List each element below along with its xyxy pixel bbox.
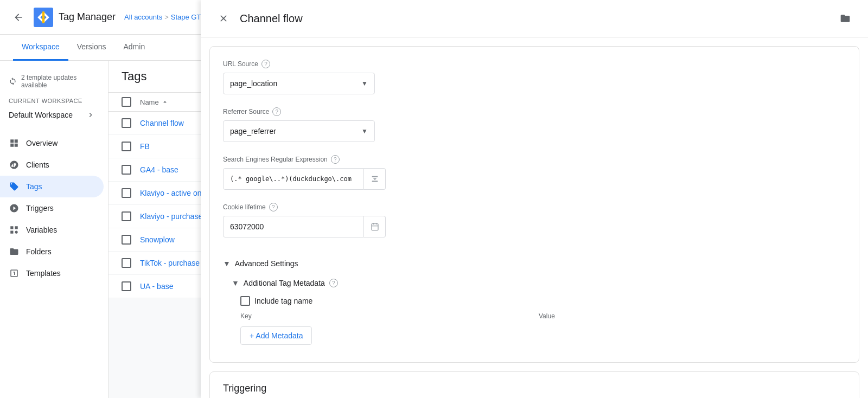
sidebar-item-triggers-label: Triggers	[26, 204, 54, 213]
referrer-source-field: Referrer Source ? page_referrer ▼	[223, 107, 846, 142]
url-source-label: URL Source ?	[223, 60, 846, 68]
panel-title: Channel flow	[240, 12, 829, 25]
tag-link[interactable]: Channel flow	[140, 119, 184, 127]
advanced-settings-section: ▼ Advanced Settings ▼ Additional Tag Met…	[223, 251, 846, 349]
sidebar-item-tags-label: Tags	[26, 182, 42, 191]
url-source-help[interactable]: ?	[261, 60, 270, 68]
cookie-lifetime-input[interactable]	[223, 216, 364, 237]
update-banner[interactable]: 2 template updates available	[0, 69, 108, 93]
close-button[interactable]	[214, 9, 233, 28]
additional-tag-metadata-help[interactable]: ?	[329, 279, 338, 287]
sidebar-item-triggers[interactable]: Triggers	[0, 197, 104, 219]
sidebar: 2 template updates available CURRENT WOR…	[0, 61, 108, 398]
tags-title: Tags	[122, 69, 146, 84]
add-metadata-button[interactable]: + Add Metadata	[240, 326, 312, 345]
row-checkbox[interactable]	[122, 165, 131, 175]
referrer-source-help[interactable]: ?	[272, 107, 281, 116]
svg-rect-3	[42, 11, 44, 23]
value-col-header: Value	[539, 312, 828, 320]
folders-icon	[9, 246, 20, 257]
referrer-source-label: Referrer Source ?	[223, 107, 846, 116]
tag-link[interactable]: TikTok - purchase	[140, 259, 200, 267]
variables-icon	[9, 224, 20, 235]
svg-rect-8	[372, 181, 378, 182]
sidebar-item-templates[interactable]: Templates	[0, 262, 104, 284]
current-workspace-label: CURRENT WORKSPACE	[0, 93, 108, 106]
breadcrumb-sep1: >	[164, 13, 169, 21]
select-all-checkbox[interactable]	[122, 97, 131, 107]
clients-icon	[9, 159, 20, 170]
row-checkbox[interactable]	[122, 281, 131, 291]
search-engines-help[interactable]: ?	[331, 155, 340, 164]
cookie-lifetime-picker-btn[interactable]	[364, 216, 386, 237]
search-engines-label: Search Engines Regular Expression ?	[223, 155, 846, 164]
advanced-settings-label: Advanced Settings	[235, 259, 298, 268]
panel-header: Channel flow	[201, 0, 868, 37]
include-tag-name-row: Include tag name	[223, 292, 846, 310]
sidebar-item-clients-label: Clients	[26, 161, 49, 169]
workspace-item[interactable]: Default Workspace	[0, 106, 104, 124]
cookie-lifetime-field: Cookie lifetime ?	[223, 203, 846, 237]
move-to-folder-button[interactable]	[835, 9, 855, 28]
sidebar-item-tags[interactable]: Tags	[0, 176, 104, 197]
search-engines-picker-btn[interactable]	[364, 168, 386, 190]
additional-tag-metadata-toggle[interactable]: ▼ Additional Tag Metadata ?	[223, 272, 846, 292]
back-button[interactable]	[9, 8, 28, 27]
advanced-settings-toggle[interactable]: ▼ Advanced Settings	[223, 251, 846, 272]
metadata-col-headers: Key Value	[223, 310, 846, 322]
update-banner-text: 2 template updates available	[21, 74, 99, 89]
sidebar-item-variables-label: Variables	[26, 226, 57, 234]
tab-versions[interactable]: Versions	[68, 35, 115, 61]
tag-link[interactable]: Snowplow	[140, 235, 175, 244]
tab-workspace[interactable]: Workspace	[13, 35, 68, 61]
main-layout: 2 template updates available CURRENT WOR…	[0, 61, 868, 398]
referrer-source-select[interactable]: page_referrer ▼	[223, 120, 375, 142]
tag-link[interactable]: GA4 - base	[140, 165, 178, 174]
search-engines-input-group	[223, 168, 386, 190]
overview-icon	[9, 138, 20, 149]
app-logo	[33, 7, 54, 28]
triggering-section: Triggering Firing Triggers GA4 client Cu…	[209, 371, 859, 398]
cookie-lifetime-help[interactable]: ?	[269, 203, 278, 211]
referrer-source-arrow: ▼	[361, 127, 368, 135]
row-checkbox[interactable]	[122, 235, 131, 245]
additional-tag-metadata-label: Additional Tag Metadata	[244, 279, 325, 287]
app-title: Tag Manager	[59, 11, 116, 23]
sidebar-item-folders[interactable]: Folders	[0, 241, 104, 262]
row-checkbox[interactable]	[122, 142, 131, 151]
search-engines-input[interactable]	[223, 168, 364, 190]
tag-link[interactable]: FB	[140, 142, 150, 151]
include-tag-name-checkbox[interactable]	[240, 296, 250, 306]
tag-link[interactable]: Klaviyo - purchase	[140, 212, 202, 221]
search-engines-field: Search Engines Regular Expression ?	[223, 155, 846, 190]
sidebar-item-clients[interactable]: Clients	[0, 154, 104, 176]
url-source-field: URL Source ? page_location ▼	[223, 60, 846, 94]
row-checkbox[interactable]	[122, 118, 131, 128]
panel-body: URL Source ? page_location ▼ Referre	[201, 37, 868, 398]
col-name-header: Name	[140, 98, 169, 106]
triggering-title: Triggering	[210, 372, 859, 398]
tags-icon	[9, 181, 20, 192]
row-checkbox[interactable]	[122, 188, 131, 198]
url-source-select[interactable]: page_location ▼	[223, 73, 375, 94]
sidebar-item-templates-label: Templates	[26, 269, 61, 278]
templates-icon	[9, 268, 20, 279]
tag-link[interactable]: UA - base	[140, 282, 173, 291]
row-checkbox[interactable]	[122, 211, 131, 221]
key-col-header: Key	[240, 312, 530, 320]
tag-link[interactable]: Klaviyo - active on s	[140, 189, 208, 197]
url-source-arrow: ▼	[361, 80, 368, 87]
row-checkbox[interactable]	[122, 258, 131, 268]
tab-admin[interactable]: Admin	[114, 35, 154, 61]
svg-rect-7	[372, 176, 378, 177]
sidebar-item-overview[interactable]: Overview	[0, 132, 104, 154]
config-card: URL Source ? page_location ▼ Referre	[209, 46, 859, 363]
workspace-name: Default Workspace	[9, 111, 73, 119]
cookie-lifetime-input-group	[223, 216, 386, 237]
config-card-inner: URL Source ? page_location ▼ Referre	[210, 47, 859, 362]
sidebar-item-variables[interactable]: Variables	[0, 219, 104, 241]
url-source-value: page_location	[230, 79, 277, 88]
svg-rect-9	[372, 224, 378, 230]
slide-panel: Channel flow URL Source ?	[201, 0, 868, 398]
breadcrumb-all-accounts[interactable]: All accounts	[124, 13, 162, 21]
